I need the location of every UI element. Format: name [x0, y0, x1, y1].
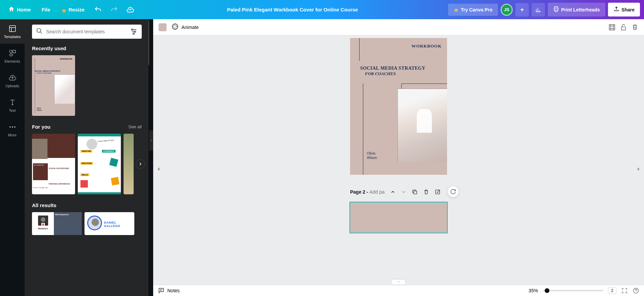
card-pencil-decoration [111, 177, 119, 185]
recent-card-author: Olivia Wilson [37, 107, 42, 111]
panel-scrollbar[interactable] [148, 19, 149, 296]
elements-icon [8, 49, 16, 58]
position-button[interactable] [608, 24, 616, 31]
share-icon [613, 6, 619, 13]
resize-label: Resize [69, 7, 85, 12]
lock-button[interactable] [620, 24, 627, 31]
card-section-exp: EXPERIENCE [102, 150, 115, 153]
svg-point-16 [634, 288, 639, 293]
card-name-francisco: FRANCISCO [32, 228, 54, 230]
delete-button[interactable] [631, 24, 639, 31]
see-all-link[interactable]: See all [128, 124, 142, 129]
share-button[interactable]: Share [608, 3, 640, 17]
icon-sidebar: Templates Elements Uploads Text More [0, 19, 25, 296]
templates-icon [8, 25, 16, 33]
carousel-next-button[interactable] [136, 159, 145, 169]
template-card-daniel[interactable]: DANIEL GALLEGO [84, 212, 134, 235]
card-accent-bottom [78, 192, 121, 194]
sidebar-tab-templates[interactable]: Templates [0, 19, 25, 44]
add-page-button[interactable] [435, 189, 441, 195]
page-1[interactable]: WORKBOOK SOCIAL MEDIA STRATEGY FOR COACH… [350, 38, 447, 175]
help-button[interactable] [633, 287, 639, 294]
bottom-bar: Notes 35% 2 [153, 285, 644, 296]
search-filter-icon[interactable] [130, 28, 138, 36]
page-2[interactable] [350, 202, 447, 233]
fullscreen-button[interactable] [621, 287, 628, 294]
add-member-button[interactable] [515, 3, 529, 17]
page-author: Olivia Wilson [367, 151, 377, 160]
card-right-panel: Work Experience [54, 212, 82, 235]
file-menu[interactable]: File [38, 4, 55, 15]
redo-button[interactable] [110, 6, 118, 14]
recent-template-card[interactable]: WORKBOOK SOCIAL MEDIA STRATEGY FOR COACH… [32, 55, 75, 116]
duplicate-page-button[interactable] [412, 189, 418, 195]
insights-button[interactable] [532, 3, 545, 17]
templates-panel: Recently used WORKBOOK SOCIAL MEDIA STRA… [25, 19, 149, 296]
card-avatar [87, 139, 97, 150]
page-number-label: Page 2 - [350, 189, 385, 195]
panel-collapse-button[interactable] [149, 130, 153, 151]
animate-icon [171, 23, 179, 31]
home-button[interactable]: Home [4, 3, 35, 16]
sidebar-tab-more[interactable]: More [0, 118, 25, 142]
resize-button[interactable]: Resize [57, 4, 89, 15]
cloud-sync-icon[interactable] [126, 6, 134, 14]
section-title-recently-used: Recently used [32, 45, 142, 51]
templates-label: Templates [4, 35, 21, 39]
refresh-page-button[interactable] [448, 186, 459, 197]
sidebar-tab-elements[interactable]: Elements [0, 44, 25, 68]
text-label: Text [9, 108, 15, 112]
zoom-value[interactable]: 35% [529, 288, 538, 293]
template-card-francisco[interactable]: FRANCISCO Work Experience [32, 212, 82, 235]
svg-rect-12 [609, 24, 615, 30]
page-decoration-line [401, 84, 402, 89]
svg-point-6 [37, 29, 41, 33]
page-title-input[interactable] [370, 189, 385, 195]
canvas-next-button[interactable] [635, 166, 642, 172]
delete-page-button[interactable] [423, 189, 429, 195]
zoom-slider[interactable] [543, 290, 603, 291]
template-card-rufus[interactable]: RUFUS STEWART RELEVANT EXPERIENCE SCHOOL… [32, 134, 75, 194]
card-headshot [38, 216, 48, 226]
try-pro-label: Try Canva Pro [461, 7, 493, 12]
document-title[interactable]: Paled Pink Elegant Workbook Cover for On… [140, 7, 445, 12]
search-icon [36, 28, 43, 36]
try-pro-button[interactable]: Try Canva Pro [448, 4, 498, 16]
svg-point-1 [9, 50, 12, 53]
more-icon [8, 123, 16, 132]
section-title-for-you: For you See all [32, 124, 142, 130]
search-input[interactable] [46, 29, 126, 34]
notes-button[interactable]: Notes [158, 287, 180, 295]
canvas-scroll[interactable]: WORKBOOK SOCIAL MEDIA STRATEGY FOR COACH… [153, 35, 644, 296]
svg-point-3 [9, 126, 11, 128]
canvas-toolbar: Animate [153, 19, 644, 35]
page-color-swatch[interactable] [159, 23, 167, 31]
expand-pages-button[interactable] [392, 279, 405, 284]
user-avatar[interactable]: JS [501, 4, 513, 16]
template-card-nature[interactable] [124, 134, 134, 194]
page-sub-title: FOR COACHES [365, 71, 442, 76]
panel-scrollbar-thumb[interactable] [148, 19, 149, 66]
recent-card-workbook: WORKBOOK [35, 58, 72, 60]
zoom-slider-thumb[interactable] [545, 288, 549, 293]
sidebar-tab-uploads[interactable]: Uploads [0, 68, 25, 93]
sidebar-tab-text[interactable]: Text [0, 93, 25, 118]
page-down-button[interactable] [401, 189, 406, 195]
svg-point-9 [133, 33, 134, 34]
page-hero-image [398, 89, 447, 162]
undo-button[interactable] [94, 6, 102, 14]
template-card-greta[interactable]: Greta Mae Evans ABOUT ME EXPERIENCE EDUC… [78, 134, 121, 194]
elements-label: Elements [5, 59, 20, 63]
animate-button[interactable]: Animate [171, 23, 199, 31]
canvas-area: Animate WORKBOOK SOCIAL MEDIA STRATEGY F… [153, 19, 644, 296]
notes-icon [158, 287, 165, 295]
print-button[interactable]: Print Letterheads [548, 3, 605, 17]
page-main-title: SOCIAL MEDIA STRATEGY [360, 66, 442, 71]
recent-card-sub: FOR COACHES [37, 72, 72, 74]
canvas-prev-button[interactable] [155, 166, 162, 172]
card-expertise-box: MY EXPERTISE [33, 163, 48, 180]
for-you-label: For you [32, 124, 50, 130]
uploads-icon [8, 74, 16, 83]
page-count-badge[interactable]: 2 [608, 287, 616, 294]
page-up-button[interactable] [390, 189, 396, 195]
